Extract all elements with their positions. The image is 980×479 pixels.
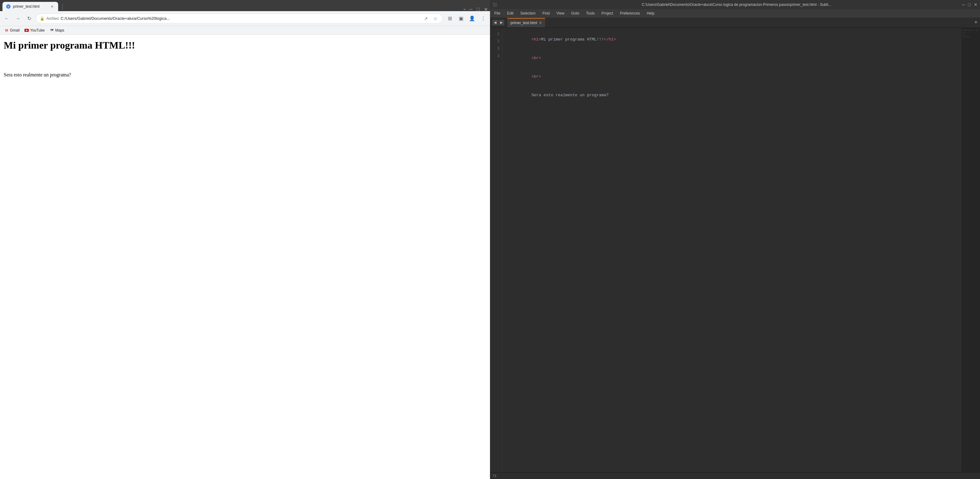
lock-icon: 🔒 <box>40 16 45 21</box>
editor-window: ⬛ C:\Users\Gabriel\Documents\Oracle+alur… <box>490 0 980 479</box>
code-tag-br-2: <br> <box>531 74 541 79</box>
maps-icon: 🗺 <box>50 28 54 32</box>
star-button[interactable]: ☆ <box>431 15 439 22</box>
page-paragraph: Sera esto realmente un programa? <box>4 72 486 78</box>
code-line-2: <br> <box>508 49 956 67</box>
menu-view[interactable]: View <box>554 10 568 16</box>
code-tag-br-1: <br> <box>531 56 541 60</box>
active-tab[interactable]: ● primer_test.html ✕ <box>3 2 58 11</box>
editor-statusbar: 73 <box>490 472 980 479</box>
profile-button[interactable]: 👤 <box>468 14 476 23</box>
menu-project[interactable]: Project <box>598 10 616 16</box>
reload-button[interactable]: ↻ <box>25 14 33 23</box>
minimap-line-3: <br> <box>963 33 979 36</box>
editor-maximize-button[interactable]: □ <box>968 2 971 7</box>
tab-favicon: ● <box>6 4 11 9</box>
editor-minimize-button[interactable]: ─ <box>962 2 965 7</box>
bookmarks-bar: M Gmail ▶ YouTube 🗺 Maps <box>0 26 490 35</box>
more-button[interactable]: ⋮ <box>479 14 487 23</box>
editor-tabs: ◀ ▶ primer_test.html ✕ + <box>490 18 980 28</box>
browser-content: Mi primer programa HTML!!! Sera esto rea… <box>0 35 490 479</box>
address-bar[interactable]: 🔒 Archivo C:/Users/Gabriel/Documents/Ora… <box>36 14 443 24</box>
bookmark-maps[interactable]: 🗺 Maps <box>48 27 66 33</box>
line-numbers: 1 2 3 4 <box>490 28 503 472</box>
tab-title: primer_test.html <box>13 4 47 9</box>
line-number-3: 3 <box>490 45 502 53</box>
tab-close-button[interactable]: ✕ <box>49 4 54 9</box>
menu-preferences[interactable]: Preferences <box>617 10 643 16</box>
menu-goto[interactable]: Goto <box>568 10 582 16</box>
new-tab-button[interactable]: ⋮ <box>58 3 67 11</box>
code-line-4: Sera esto realmente un programa? <box>508 86 956 105</box>
youtube-icon: ▶ <box>24 29 29 32</box>
tab-menu-button[interactable]: ⌄ <box>463 5 466 11</box>
minimap-line-1: <h1>Mi primer...</h1> <box>963 29 979 31</box>
bookmark-youtube-label: YouTube <box>30 28 45 32</box>
menu-help[interactable]: Help <box>644 10 658 16</box>
menu-selection[interactable]: Selection <box>517 10 539 16</box>
editor-icon: ⬛ <box>493 3 497 7</box>
address-url: C:/Users/Gabriel/Documents/Oracle+alura/… <box>60 16 420 21</box>
minimize-button[interactable]: ─ <box>469 8 473 11</box>
editor-tab-next[interactable]: ▶ <box>499 20 504 25</box>
address-prefix: Archivo <box>46 16 59 21</box>
minimap-line-2: <br> <box>963 31 979 33</box>
code-editor[interactable]: <h1>Mi primer programa HTML!!!</h1> <br>… <box>503 28 961 472</box>
editor-minimap: <h1>Mi primer...</h1> <br> <br> Sera est… <box>961 28 980 472</box>
editor-window-controls: ─ □ ✕ <box>962 2 977 7</box>
editor-menubar: File Edit Selection Find View Goto Tools… <box>490 9 980 18</box>
tab-search-button[interactable]: ▣ <box>457 14 465 23</box>
bookmark-maps-label: Maps <box>56 28 64 32</box>
editor-body: 1 2 3 4 <h1>Mi primer programa HTML!!!</… <box>490 28 980 472</box>
address-actions: ↗ ☆ <box>422 15 439 22</box>
editor-tab-title: primer_test.html <box>511 21 537 25</box>
menu-tools[interactable]: Tools <box>583 10 598 16</box>
window-controls: ─ □ ✕ <box>469 8 487 11</box>
editor-close-button[interactable]: ✕ <box>974 2 977 7</box>
code-line-3: <br> <box>508 67 956 86</box>
line-number-1: 1 <box>490 30 502 38</box>
code-line-1: <h1>Mi primer programa HTML!!!</h1> <box>508 30 956 49</box>
code-tag-h1-open: <h1> <box>531 37 541 42</box>
browser-navbar: ← → ↻ 🔒 Archivo C:/Users/Gabriel/Documen… <box>0 11 490 26</box>
page-heading: Mi primer programa HTML!!! <box>4 40 486 51</box>
gmail-icon: M <box>4 28 9 32</box>
line-number-2: 2 <box>490 38 502 45</box>
browser-tab-bar: ● primer_test.html ✕ ⋮ ⌄ ─ □ ✕ <box>0 0 490 11</box>
menu-find[interactable]: Find <box>539 10 552 16</box>
bookmark-gmail-label: Gmail <box>10 28 19 32</box>
menu-file[interactable]: File <box>491 10 503 16</box>
code-text-2: Sera esto realmente un programa? <box>531 93 609 97</box>
browser-window: ● primer_test.html ✕ ⋮ ⌄ ─ □ ✕ ← → ↻ 🔒 A… <box>0 0 490 479</box>
line-number-4: 4 <box>490 53 502 60</box>
editor-tab-close-button[interactable]: ✕ <box>539 21 542 25</box>
maximize-button[interactable]: □ <box>476 8 480 11</box>
editor-tab-prev[interactable]: ◀ <box>493 20 498 25</box>
share-button[interactable]: ↗ <box>422 15 430 22</box>
code-text-1: Mi primer programa HTML!!! <box>541 37 604 42</box>
back-button[interactable]: ← <box>3 14 11 23</box>
bookmark-youtube[interactable]: ▶ YouTube <box>22 27 46 33</box>
close-button[interactable]: ✕ <box>484 8 487 11</box>
editor-active-tab[interactable]: primer_test.html ✕ <box>508 18 545 27</box>
bookmark-gmail[interactable]: M Gmail <box>3 27 21 33</box>
editor-title: C:\Users\Gabriel\Documents\Oracle+alura\… <box>511 3 962 7</box>
editor-line-indicator: 73 <box>493 474 496 478</box>
forward-button[interactable]: → <box>14 14 22 23</box>
editor-titlebar: ⬛ C:\Users\Gabriel\Documents\Oracle+alur… <box>490 0 980 9</box>
code-tag-h1-close: </h1> <box>604 37 616 42</box>
editor-tab-navigation: ◀ ▶ <box>493 20 504 25</box>
extensions-button[interactable]: ⊞ <box>445 14 454 23</box>
editor-new-tab-button[interactable]: + <box>974 19 977 26</box>
menu-edit[interactable]: Edit <box>504 10 517 16</box>
minimap-line-4: Sera esto... <box>963 36 979 38</box>
